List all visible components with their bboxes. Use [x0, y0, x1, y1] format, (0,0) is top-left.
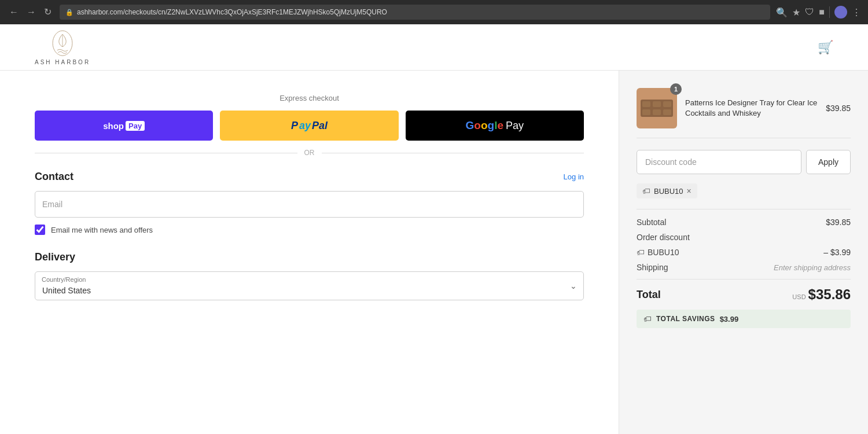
page-header: ASH HARBOR 🛒	[0, 24, 868, 71]
zoom-icon[interactable]: 🔍	[776, 7, 788, 18]
back-button[interactable]: ←	[7, 5, 21, 19]
express-buttons: shop Pay P ay Pal Google Pay	[35, 111, 584, 141]
paypal-button[interactable]: P ay Pal	[220, 111, 398, 141]
delivery-title: Delivery	[35, 251, 584, 263]
svg-rect-6	[642, 109, 650, 115]
savings-row: 🏷 TOTAL SAVINGS $3.99	[637, 310, 851, 328]
tag-icon-small: 🏷	[637, 248, 645, 257]
refresh-button[interactable]: ↻	[42, 5, 54, 19]
shipping-label: Shipping	[637, 263, 668, 272]
discount-code-summary-row: 🏷 BUBU10 – $3.99	[637, 248, 851, 257]
shield-icon[interactable]: 🛡	[805, 7, 814, 17]
product-info: Patterns Ice Designer Tray for Clear Ice…	[685, 98, 818, 119]
country-select[interactable]: United States	[35, 271, 584, 300]
product-name: Patterns Ice Designer Tray for Clear Ice…	[685, 98, 818, 119]
logo: ASH HARBOR	[35, 29, 90, 65]
svg-rect-4	[653, 101, 661, 107]
lock-icon: 🔒	[65, 9, 73, 16]
browser-actions: 🔍 ★ 🛡 ■ ⋮	[776, 6, 861, 19]
gpay-button[interactable]: Google Pay	[406, 111, 584, 141]
subtotal-value: $39.85	[826, 218, 851, 227]
newsletter-checkbox[interactable]	[35, 225, 45, 235]
total-right: USD $35.86	[792, 286, 851, 303]
svg-rect-7	[653, 109, 661, 115]
express-checkout-label: Express checkout	[35, 94, 584, 102]
shop-pay-badge: Pay	[126, 121, 145, 131]
order-discount-label-row: Order discount	[637, 233, 851, 242]
country-select-wrapper: Country/Region United States ⌄	[35, 271, 584, 300]
paypal-logo: P ay Pal	[291, 120, 328, 132]
email-field[interactable]	[35, 191, 584, 218]
subtotal-row: Subtotal $39.85	[637, 218, 851, 227]
discount-amount: – $3.99	[823, 248, 851, 257]
newsletter-label: Email me with news and offers	[51, 226, 153, 234]
logo-icon	[48, 29, 77, 58]
total-amount: $35.86	[808, 286, 851, 303]
savings-icon: 🏷	[643, 314, 652, 323]
separator	[829, 6, 830, 18]
gpay-logo: Google Pay	[466, 119, 524, 132]
shipping-row: Shipping Enter shipping address	[637, 263, 851, 272]
total-label: Total	[637, 289, 661, 301]
nav-buttons: ← → ↻	[7, 5, 54, 19]
savings-amount: $3.99	[720, 315, 739, 323]
log-in-link[interactable]: Log in	[564, 172, 584, 181]
shop-pay-text: shop	[103, 121, 124, 131]
avatar[interactable]	[834, 6, 847, 19]
svg-rect-8	[663, 109, 671, 115]
svg-rect-5	[663, 101, 671, 107]
cart-button[interactable]: 🛒	[818, 40, 833, 55]
shipping-value: Enter shipping address	[774, 263, 851, 272]
url-text: ashharbor.com/checkouts/cn/Z2NwLXVzLWVhc…	[77, 8, 387, 16]
discount-code-row: Apply	[637, 150, 851, 174]
total-currency: USD	[792, 293, 806, 300]
applied-code-text: BUBU10	[654, 187, 683, 196]
menu-icon[interactable]: ⋮	[852, 7, 861, 18]
browser-chrome: ← → ↻ 🔒 ashharbor.com/checkouts/cn/Z2NwL…	[0, 0, 868, 24]
product-quantity-badge: 1	[670, 83, 682, 95]
contact-section-header: Contact Log in	[35, 171, 584, 183]
main-layout: Express checkout shop Pay P ay Pal Googl…	[0, 71, 868, 434]
order-summary: Subtotal $39.85 Order discount 🏷 BUBU10 …	[637, 209, 851, 272]
forward-button[interactable]: →	[24, 5, 38, 19]
right-panel: 1 Patterns Ice Designer Tray for Clear I…	[619, 71, 868, 434]
product-image	[637, 88, 677, 128]
shop-pay-button[interactable]: shop Pay	[35, 111, 213, 141]
discount-code-applied: BUBU10	[648, 248, 679, 257]
remove-discount-button[interactable]: ×	[687, 187, 692, 195]
left-panel: Express checkout shop Pay P ay Pal Googl…	[0, 71, 619, 434]
savings-label: TOTAL SAVINGS	[656, 315, 715, 323]
discount-code-label: 🏷 BUBU10	[637, 248, 679, 257]
extensions-icon[interactable]: ■	[819, 7, 825, 17]
logo-text: ASH HARBOR	[35, 59, 90, 65]
apply-discount-button[interactable]: Apply	[806, 150, 851, 174]
applied-discount-tag: 🏷 BUBU10 ×	[637, 183, 697, 198]
total-row: Total USD $35.86	[637, 279, 851, 303]
country-label: Country/Region	[42, 276, 86, 283]
product-image-wrapper: 1	[637, 88, 677, 128]
or-divider: OR	[35, 149, 584, 157]
contact-title: Contact	[35, 171, 73, 183]
subtotal-label: Subtotal	[637, 218, 666, 227]
product-row: 1 Patterns Ice Designer Tray for Clear I…	[637, 88, 851, 138]
newsletter-row: Email me with news and offers	[35, 225, 584, 235]
discount-code-input[interactable]	[637, 150, 801, 174]
product-price: $39.85	[826, 104, 851, 113]
product-thumbnail	[639, 94, 674, 123]
delivery-section: Delivery Country/Region United States ⌄	[35, 251, 584, 300]
svg-rect-3	[642, 101, 650, 107]
order-discount-label: Order discount	[637, 233, 690, 242]
address-bar[interactable]: 🔒 ashharbor.com/checkouts/cn/Z2NwLXVzLWV…	[60, 5, 770, 20]
bookmark-icon[interactable]: ★	[792, 7, 800, 18]
tag-icon: 🏷	[642, 186, 650, 196]
